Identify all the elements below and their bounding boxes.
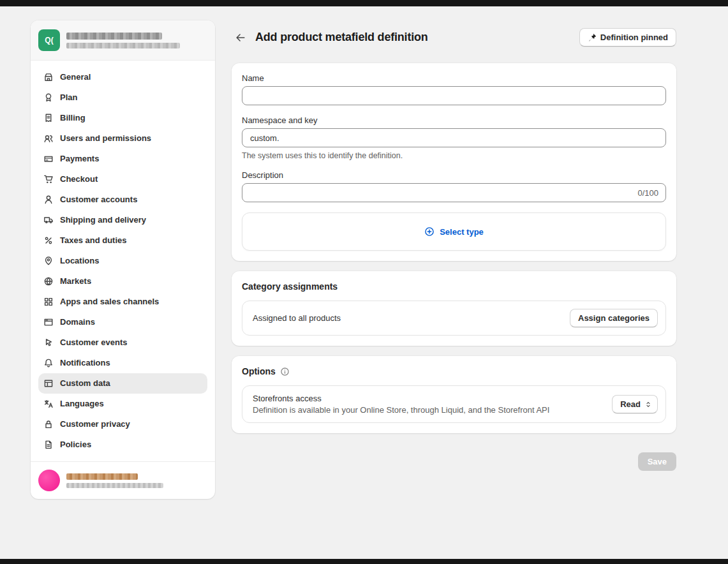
sidebar-item-policies[interactable]: Policies <box>38 434 207 455</box>
category-assignments-row: Assigned to all products Assign categori… <box>242 301 666 336</box>
name-input[interactable] <box>242 86 666 105</box>
document-icon <box>43 440 54 450</box>
store-domain-redacted <box>66 43 180 48</box>
sidebar-item-locations[interactable]: Locations <box>38 251 207 271</box>
sidebar-item-customer-events[interactable]: Customer events <box>38 332 207 353</box>
bell-icon <box>43 358 54 368</box>
options-title-row: Options <box>242 366 666 376</box>
page-title: Add product metafield definition <box>255 31 428 44</box>
sidebar-item-apps-and-sales-channels[interactable]: Apps and sales channels <box>38 292 207 312</box>
namespace-input[interactable] <box>242 128 666 147</box>
namespace-field: Namespace and key The system uses this t… <box>242 115 666 160</box>
store-name-redacted <box>66 33 162 40</box>
sidebar-item-users-and-permissions[interactable]: Users and permissions <box>38 128 207 149</box>
sidebar-item-billing[interactable]: Billing <box>38 108 207 128</box>
apps-grid-icon <box>43 297 54 307</box>
user-name-redacted <box>66 473 138 480</box>
domains-icon <box>43 317 54 327</box>
save-button[interactable]: Save <box>638 452 676 471</box>
user-avatar <box>38 470 60 491</box>
updown-chevron-icon <box>644 401 652 408</box>
sidebar-item-markets[interactable]: Markets <box>38 271 207 292</box>
settings-page: Q( General Plan Billing U <box>0 0 728 564</box>
assigned-products-text: Assigned to all products <box>253 313 341 323</box>
back-button[interactable] <box>232 29 249 47</box>
sidebar-item-domains[interactable]: Domains <box>38 312 207 332</box>
category-assignments-card: Category assignments Assigned to all pro… <box>232 271 676 346</box>
pin-icon <box>588 33 597 42</box>
person-icon <box>43 195 54 205</box>
cart-icon <box>43 174 54 184</box>
storefronts-access-text: Storefronts access Definition is availab… <box>253 394 549 415</box>
main-content: Add product metafield definition Definit… <box>232 20 676 471</box>
sidebar-item-shipping-and-delivery[interactable]: Shipping and delivery <box>38 210 207 230</box>
assign-categories-button[interactable]: Assign categories <box>570 309 658 327</box>
window-chrome-bottom <box>0 559 728 564</box>
name-field: Name <box>242 73 666 105</box>
payments-icon <box>43 154 54 164</box>
settings-nav: General Plan Billing Users and permissio… <box>31 61 215 461</box>
storefronts-access-title: Storefronts access <box>253 394 549 403</box>
category-assignments-title: Category assignments <box>242 281 666 292</box>
namespace-label: Namespace and key <box>242 115 666 125</box>
name-label: Name <box>242 73 666 83</box>
settings-sidebar: Q( General Plan Billing U <box>31 20 215 499</box>
options-title: Options <box>242 366 276 376</box>
definition-form-card: Name Namespace and key The system uses t… <box>232 63 676 261</box>
plus-circle-icon <box>424 226 435 237</box>
store-switcher[interactable]: Q( <box>31 20 215 61</box>
sidebar-item-notifications[interactable]: Notifications <box>38 353 207 373</box>
window-chrome-top <box>0 0 728 6</box>
users-icon <box>43 133 54 144</box>
settings-nav-list: General Plan Billing Users and permissio… <box>31 61 215 461</box>
description-input-wrap: 0/100 <box>242 183 666 202</box>
billing-icon <box>43 113 54 123</box>
user-account-footer[interactable] <box>31 461 215 499</box>
sidebar-item-languages[interactable]: Languages <box>38 394 207 414</box>
globe-icon <box>43 276 54 286</box>
storefronts-access-description: Definition is available in your Online S… <box>253 405 549 415</box>
cursor-icon <box>43 338 54 348</box>
description-field: Description 0/100 <box>242 170 666 202</box>
sidebar-item-checkout[interactable]: Checkout <box>38 169 207 189</box>
select-type-label: Select type <box>440 227 484 237</box>
select-type-button[interactable]: Select type <box>242 212 666 251</box>
user-email-redacted <box>66 483 163 488</box>
custom-data-icon <box>43 378 54 389</box>
store-icon <box>43 72 54 82</box>
storefront-access-value: Read <box>620 399 641 409</box>
store-avatar: Q( <box>38 29 60 51</box>
options-card: Options Storefronts access Definition is… <box>232 356 676 433</box>
truck-icon <box>43 215 54 225</box>
namespace-help-text: The system uses this to identify the def… <box>242 151 666 160</box>
storefront-access-select[interactable]: Read <box>612 395 658 413</box>
sidebar-item-plan[interactable]: Plan <box>38 87 207 108</box>
sidebar-item-general[interactable]: General <box>38 67 207 87</box>
sidebar-item-taxes-and-duties[interactable]: Taxes and duties <box>38 230 207 251</box>
page-header: Add product metafield definition Definit… <box>232 28 676 47</box>
sidebar-item-customer-privacy[interactable]: Customer privacy <box>38 414 207 434</box>
plan-icon <box>43 93 54 103</box>
lock-icon <box>43 419 54 429</box>
save-row: Save <box>232 452 676 471</box>
description-input[interactable] <box>242 183 666 202</box>
translate-icon <box>43 399 54 409</box>
sidebar-item-customer-accounts[interactable]: Customer accounts <box>38 189 207 210</box>
storefronts-access-row: Storefronts access Definition is availab… <box>242 385 666 423</box>
back-arrow-icon <box>235 32 246 43</box>
user-meta <box>66 473 163 488</box>
sidebar-item-payments[interactable]: Payments <box>38 149 207 169</box>
location-pin-icon <box>43 256 54 266</box>
store-meta <box>66 33 180 48</box>
description-label: Description <box>242 170 666 180</box>
definition-pinned-label: Definition pinned <box>600 33 668 42</box>
percent-icon <box>43 235 54 246</box>
info-icon[interactable] <box>280 367 290 376</box>
definition-pinned-button[interactable]: Definition pinned <box>579 28 676 47</box>
layout: Q( General Plan Billing U <box>0 6 728 499</box>
sidebar-item-custom-data[interactable]: Custom data <box>38 373 207 394</box>
